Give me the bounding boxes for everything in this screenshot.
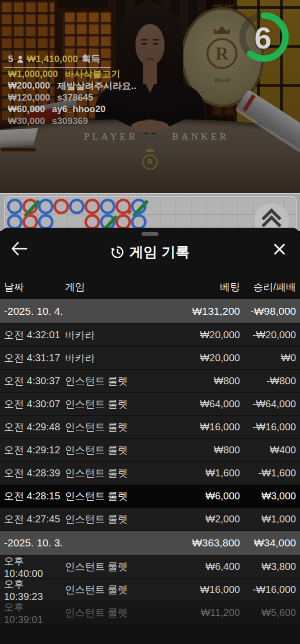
winner-amount: ₩1,000,000 <box>8 69 58 80</box>
row-game: 인스턴트 룰렛 <box>65 466 180 480</box>
row-time: 오후 10:39:23 <box>4 577 65 602</box>
winner-row: ₩120,000 s378645 <box>8 92 168 104</box>
row-time: 오전 4:28:15 <box>4 489 65 503</box>
bead-red-slash <box>22 199 38 214</box>
bead-red <box>54 199 69 214</box>
row-winloss: -₩16,000 <box>246 421 296 433</box>
table-row[interactable]: 오전 4:31:17 바카라 ₩20,000 ₩0 <box>0 347 300 370</box>
row-game: 인스턴트 룰렛 <box>65 583 180 596</box>
group-bet-total: ₩131,200 <box>180 305 240 317</box>
winner-amount: ₩30,000 <box>8 116 45 127</box>
row-game: 인스턴트 룰렛 <box>65 489 180 503</box>
table-header: 날짜 게임 베팅 승리/패배 <box>0 277 300 297</box>
bead-road <box>4 196 297 231</box>
col-winloss: 승리/패배 <box>246 280 296 294</box>
col-date: 날짜 <box>4 280 65 294</box>
winner-name: s378645 <box>57 92 93 103</box>
winner-row: ₩30,000 s309369 <box>8 115 168 127</box>
live-video: R Royal PLAYER BANKER R 5 <box>0 0 300 193</box>
winner-count: 5 <box>8 54 14 65</box>
winner-name: s309369 <box>52 116 88 127</box>
table-row[interactable]: 오전 4:30:37 인스턴트 룰렛 ₩800 -₩800 <box>0 370 300 393</box>
row-game: 인스턴트 룰렛 <box>65 443 180 457</box>
row-bet: ₩6,000 <box>180 490 240 502</box>
bead-blue <box>38 199 54 214</box>
history-list: -2025. 10. 4. ₩131,200 -₩98,000 오전 4:32:… <box>0 299 300 624</box>
group-winloss-total: ₩34,000 <box>246 537 296 549</box>
bead-blue <box>7 199 22 214</box>
row-game: 바카라 <box>65 351 180 365</box>
bead-blue <box>100 199 116 214</box>
bead-blue <box>69 199 84 214</box>
panel-title: 게임 기록 <box>130 243 190 262</box>
table-row[interactable]: 오후 10:40:00 인스턴트 룰렛 ₩6,400 ₩3,800 <box>0 555 300 578</box>
row-winloss: -₩20,000 <box>246 329 296 341</box>
row-time: 오전 4:27:45 <box>4 512 65 526</box>
scoreboard[interactable] <box>0 193 300 231</box>
app-screen: R Royal PLAYER BANKER R 5 <box>0 0 300 644</box>
timer-value: 6 <box>239 20 287 56</box>
row-time: 오전 4:28:39 <box>4 466 65 480</box>
row-winloss: ₩3,800 <box>246 561 296 572</box>
row-winloss: -₩800 <box>246 375 296 387</box>
row-bet: ₩16,000 <box>180 584 240 595</box>
person-icon <box>17 56 24 63</box>
row-winloss: ₩3,000 <box>246 490 296 502</box>
winner-row: ₩200,000 제발살려주시라요.. <box>8 80 168 92</box>
table-row[interactable]: 오전 4:32:01 바카라 ₩20,000 -₩20,000 <box>0 324 300 347</box>
table-row[interactable]: 오전 4:28:39 인스턴트 룰렛 ₩1,600 -₩1,600 <box>0 462 300 485</box>
row-bet: ₩800 <box>180 375 240 387</box>
table-row[interactable]: 오전 4:27:45 인스턴트 룰렛 ₩2,000 ₩1,000 <box>0 508 300 531</box>
row-game: 인스턴트 룰렛 <box>65 606 180 619</box>
table-row[interactable]: 오전 4:29:12 인스턴트 룰렛 ₩800 ₩400 <box>0 439 300 462</box>
date-group-row: -2025. 10. 3. ₩363,800 ₩34,000 <box>0 531 300 555</box>
group-date: -2025. 10. 4. <box>4 305 180 317</box>
panel-header: 게임 기록 <box>0 228 300 267</box>
row-winloss: ₩5,600 <box>246 607 296 618</box>
row-game: 바카라 <box>65 328 180 342</box>
table-row[interactable]: 오후 10:39:23 인스턴트 룰렛 ₩16,000 -₩16,000 <box>0 578 300 601</box>
winners-suffix: 획득 <box>82 53 100 66</box>
winners-header: 5 ₩1,410,000 획득 <box>8 53 168 65</box>
bead-grid <box>5 197 296 230</box>
winner-amount: ₩200,000 <box>8 80 50 91</box>
winner-amount: ₩60,000 <box>8 104 45 115</box>
table-row-highlighted[interactable]: 오전 4:28:15 인스턴트 룰렛 ₩6,000 ₩3,000 <box>0 485 300 508</box>
row-time: 오전 4:31:17 <box>4 351 65 365</box>
group-date: -2025. 10. 3. <box>4 537 180 549</box>
row-bet: ₩800 <box>180 444 240 456</box>
close-icon <box>272 242 287 257</box>
winner-amount: ₩120,000 <box>8 92 50 103</box>
table-row[interactable]: 오전 4:30:07 인스턴트 룰렛 ₩64,000 -₩64,000 <box>0 393 300 416</box>
group-winloss-total: -₩98,000 <box>246 305 296 317</box>
row-time: 오후 10:40:00 <box>4 554 65 579</box>
table-row[interactable]: 오전 4:29:48 인스턴트 룰렛 ₩16,000 -₩16,000 <box>0 416 300 439</box>
row-bet: ₩6,400 <box>180 561 240 572</box>
winner-name: 바사삭불고기 <box>65 68 120 80</box>
bead-red-dot <box>116 199 131 214</box>
group-bet-total: ₩363,800 <box>180 537 240 549</box>
row-winloss: -₩64,000 <box>246 398 296 410</box>
row-winloss: -₩1,600 <box>246 467 296 479</box>
row-game: 인스턴트 룰렛 <box>65 397 180 411</box>
row-time: 오전 4:29:12 <box>4 443 65 457</box>
row-winloss: -₩16,000 <box>246 584 296 595</box>
row-time: 오전 4:30:37 <box>4 374 65 388</box>
row-bet: ₩1,600 <box>180 467 240 479</box>
table-row[interactable]: 오후 10:39:01 인스턴트 룰렛 ₩11,200 ₩5,600 <box>0 601 300 624</box>
row-game: 인스턴트 룰렛 <box>65 512 180 526</box>
row-bet: ₩20,000 <box>180 329 240 341</box>
bead-red <box>84 199 100 214</box>
winner-row: ₩1,000,000 바사삭불고기 <box>8 68 168 80</box>
countdown-timer: 6 <box>239 12 291 64</box>
winner-name: 제발살려주시라요.. <box>57 80 136 92</box>
row-winloss: ₩400 <box>246 444 296 456</box>
bead-blue-slash <box>131 199 146 214</box>
row-winloss: ₩1,000 <box>246 513 296 525</box>
panel-title-group: 게임 기록 <box>0 243 300 262</box>
row-bet: ₩11,200 <box>180 607 240 618</box>
close-button[interactable] <box>272 242 290 260</box>
winners-overlay: 5 ₩1,410,000 획득 ₩1,000,000 바사삭불고기 ₩200,0… <box>8 53 168 127</box>
game-history-panel: 게임 기록 날짜 게임 베팅 승리/패배 -2025. 10. 4. ₩131,… <box>0 228 300 644</box>
date-group-row: -2025. 10. 4. ₩131,200 -₩98,000 <box>0 299 300 323</box>
